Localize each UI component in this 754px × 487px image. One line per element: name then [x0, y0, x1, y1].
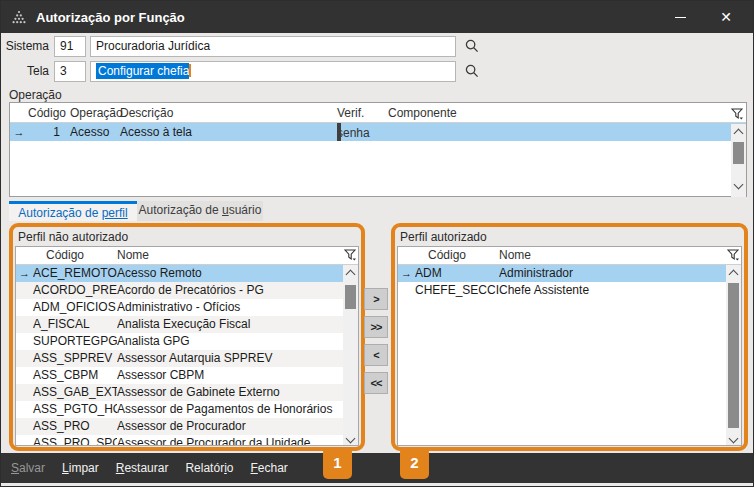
- col-codigo: Código: [33, 247, 117, 264]
- left-list-header: Código Nome: [16, 247, 358, 265]
- tela-search-button[interactable]: [461, 60, 483, 82]
- relatorio-button[interactable]: Relatório: [185, 461, 233, 475]
- tab-autorizacao-de-usuario[interactable]: Autorização de usuário: [137, 201, 263, 221]
- list-item[interactable]: CHEFE_SECCIONChefe Assistente: [398, 282, 741, 299]
- limpar-button[interactable]: Limpar: [62, 461, 99, 475]
- cell-name: Assessor de Procurador da Unidade: [117, 435, 341, 446]
- tab-autorizacao-de-perfil[interactable]: Autorização de perfil: [9, 201, 137, 221]
- right-list-header: Código Nome: [398, 247, 741, 265]
- sistema-name-field[interactable]: Procuradoria Jurídica: [90, 36, 456, 57]
- col-codigo: Código: [415, 247, 499, 264]
- cell-code: ASS_PRO: [33, 418, 117, 435]
- cell-code: ASS_PGTO_HON: [33, 401, 117, 418]
- minimize-icon: [675, 17, 686, 18]
- row-indicator-icon: →: [10, 123, 28, 141]
- list-item[interactable]: →ADMAdministrador: [398, 265, 741, 282]
- scrollbar-thumb[interactable]: [728, 283, 739, 428]
- tela-name-field[interactable]: Configurar chefia: [90, 61, 456, 82]
- cell-name: Assessor de Gabinete Externo: [117, 384, 341, 401]
- move-all-left-button[interactable]: <<: [364, 372, 388, 394]
- cell-name: Assessor de Pagamentos de Honorários: [117, 401, 341, 418]
- scrollbar-thumb[interactable]: [733, 142, 744, 164]
- search-icon: [464, 63, 480, 79]
- cell-name: Administrativo - Ofícios: [117, 299, 341, 316]
- close-icon: ✕: [720, 9, 732, 25]
- cell-code: ADM_OFICIOS: [33, 299, 117, 316]
- salvar-button[interactable]: Salvar: [11, 461, 45, 475]
- list-item[interactable]: ASS_PRO_SPGJAssessor de Procurador da Un…: [16, 435, 358, 446]
- cell-name: Acesso Remoto: [117, 265, 341, 282]
- tela-label: Tela: [3, 64, 49, 78]
- cell-descricao: Acesso à tela: [120, 123, 337, 141]
- list-item[interactable]: ASS_PGTO_HONAssessor de Pagamentos de Ho…: [16, 401, 358, 418]
- sistema-code-field[interactable]: 91: [54, 36, 86, 57]
- cell-name: Assessor de Procurador: [117, 418, 341, 435]
- cell-codigo: 1: [28, 123, 70, 141]
- cell-code: CHEFE_SECCION: [415, 282, 499, 299]
- operacao-group-label: Operação: [9, 88, 62, 102]
- right-list-rows: →ADMAdministrador CHEFE_SECCIONChefe Ass…: [398, 265, 741, 299]
- move-right-button[interactable]: >: [364, 288, 388, 310]
- row-indicator-icon: →: [16, 265, 33, 282]
- annotation-badge-1: 1: [323, 447, 352, 479]
- scroll-down-icon[interactable]: [346, 434, 356, 444]
- scroll-up-icon[interactable]: [346, 270, 356, 280]
- bottom-action-bar: Salvar Limpar Restaurar Relatório Fechar: [1, 453, 754, 483]
- scroll-down-icon[interactable]: [734, 180, 744, 190]
- cell-code: SUPORTEGPG: [33, 333, 117, 350]
- scrollbar-thumb[interactable]: [345, 285, 356, 309]
- authorization-window: Autorização por Função ✕ Sistema 91 Proc…: [0, 0, 754, 487]
- verif-senha-checkbox[interactable]: [337, 123, 341, 141]
- move-all-right-button[interactable]: >>: [364, 316, 388, 338]
- minimize-button[interactable]: [657, 1, 703, 33]
- col-nome: Nome: [117, 247, 340, 264]
- perfil-autorizado-list: Código Nome →ADMAdministrador CHEFE_SECC…: [397, 246, 742, 446]
- list-item[interactable]: ADM_OFICIOSAdministrativo - Ofícios: [16, 299, 358, 316]
- list-item[interactable]: ASS_CBPMAssessor CBPM: [16, 367, 358, 384]
- title-bar: Autorização por Função ✕: [1, 1, 754, 33]
- list-item[interactable]: A_FISCALAnalista Execução Fiscal: [16, 316, 358, 333]
- fechar-button[interactable]: Fechar: [250, 461, 287, 475]
- operacao-grid: Código Operação Descrição Verif. senha C…: [9, 102, 747, 197]
- scroll-up-icon[interactable]: [729, 270, 739, 280]
- scroll-up-icon[interactable]: [734, 129, 744, 139]
- annotation-badge-2: 2: [400, 447, 429, 479]
- left-filter-button[interactable]: [344, 249, 356, 266]
- text-caret: [189, 64, 191, 77]
- cell-code: ASS_SPPREV: [33, 350, 117, 367]
- close-button[interactable]: ✕: [703, 1, 749, 33]
- cell-name: Analista Execução Fiscal: [117, 316, 341, 333]
- right-panel-title: Perfil autorizado: [400, 230, 487, 244]
- tela-code-field[interactable]: 3: [54, 61, 86, 82]
- right-list-scrollbar[interactable]: [726, 265, 741, 446]
- right-filter-button[interactable]: [727, 249, 739, 266]
- row-indicator-icon: →: [398, 265, 415, 282]
- cell-componente: [383, 123, 746, 141]
- sistema-label: Sistema: [3, 39, 49, 53]
- operacao-scrollbar[interactable]: [731, 124, 746, 197]
- col-nome: Nome: [499, 247, 723, 264]
- left-panel-title: Perfil não autorizado: [18, 230, 128, 244]
- window-title: Autorização por Função: [36, 10, 185, 25]
- cell-name: Administrador: [499, 265, 724, 282]
- left-list-scrollbar[interactable]: [343, 265, 358, 446]
- operacao-grid-header: Código Operação Descrição Verif. senha C…: [10, 103, 746, 123]
- restaurar-button[interactable]: Restaurar: [116, 461, 169, 475]
- operacao-row[interactable]: → 1 Acesso Acesso à tela: [10, 123, 746, 141]
- app-logo-icon: [11, 9, 27, 25]
- cell-code: ASS_GAB_EXT: [33, 384, 117, 401]
- filter-icon: [727, 249, 739, 261]
- list-item[interactable]: ASS_SPPREVAssessor Autarquia SPPREV: [16, 350, 358, 367]
- cell-code: ASS_CBPM: [33, 367, 117, 384]
- list-item[interactable]: ACORDO_PREC.Acordo de Precatórios - PG: [16, 282, 358, 299]
- scroll-down-icon[interactable]: [729, 434, 739, 444]
- move-left-button[interactable]: <: [364, 344, 388, 366]
- list-item[interactable]: SUPORTEGPGAnalista GPG: [16, 333, 358, 350]
- sistema-search-button[interactable]: [461, 35, 483, 57]
- selected-text: Configurar chefia: [96, 63, 189, 79]
- filter-icon: [344, 249, 356, 261]
- list-item[interactable]: →ACE_REMOTOAcesso Remoto: [16, 265, 358, 282]
- list-item[interactable]: ASS_GAB_EXTAssessor de Gabinete Externo: [16, 384, 358, 401]
- cell-code: ACE_REMOTO: [33, 265, 117, 282]
- list-item[interactable]: ASS_PROAssessor de Procurador: [16, 418, 358, 435]
